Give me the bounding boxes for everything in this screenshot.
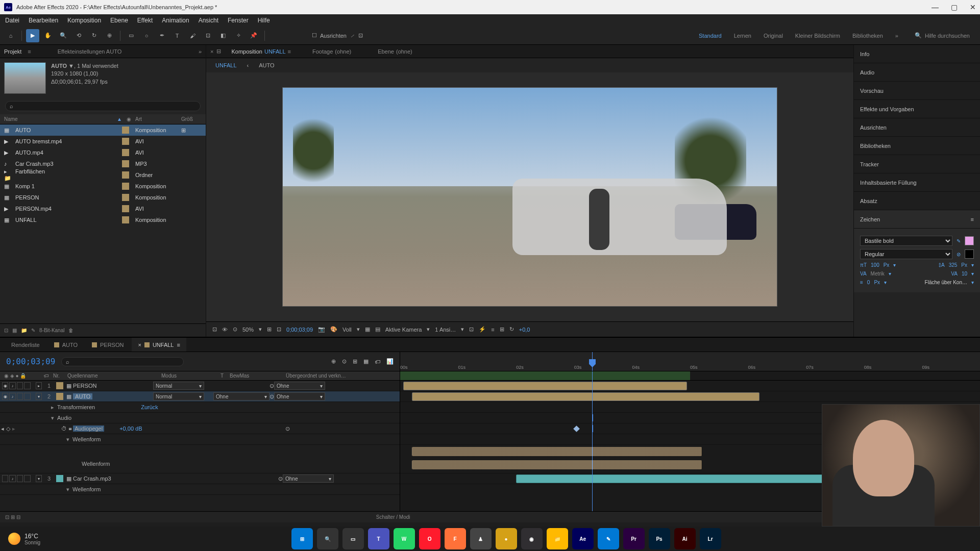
menu-file[interactable]: Datei (5, 17, 19, 24)
views-select[interactable]: 1 Ansi… (435, 327, 456, 333)
project-item-unfall[interactable]: ▦UNFALLKomposition (0, 214, 206, 226)
expression-icon[interactable]: ⊙ (285, 425, 290, 432)
keyframe-audio-level[interactable] (573, 425, 580, 432)
zoom-level[interactable]: 50% (242, 327, 254, 333)
zoom-tool[interactable]: 🔍 (57, 29, 70, 42)
camera-select[interactable]: Aktive Kamera (385, 327, 422, 333)
kerning-value[interactable]: Metrik (871, 271, 885, 277)
tab-project[interactable]: Projekt (4, 48, 21, 55)
menu-help[interactable]: Hilfe (258, 17, 270, 24)
tab-unfall[interactable]: ×UNFALL≡ (132, 338, 186, 352)
composition-viewer[interactable] (206, 72, 853, 321)
rotate-tool[interactable]: ↻ (87, 29, 101, 42)
close-button[interactable]: ✕ (970, 3, 976, 11)
trash-icon[interactable]: 🗑 (68, 328, 74, 333)
project-item-auto-mp4[interactable]: ▶AUTO.mp4AVI (0, 147, 206, 158)
stroke-width-value[interactable]: 0 (867, 280, 870, 285)
new-comp-icon[interactable]: ▦ (12, 328, 17, 333)
taskbar-app-app3[interactable]: ✎ (598, 528, 619, 549)
menu-view[interactable]: Ansicht (199, 17, 218, 24)
snap-icon[interactable]: ⟋ (350, 33, 355, 39)
fast-preview-icon[interactable]: ⚡ (479, 326, 486, 333)
current-timecode[interactable]: 0;00;03;09 (6, 357, 55, 366)
menu-window[interactable]: Fenster (228, 17, 249, 24)
selection-tool[interactable]: ▶ (26, 29, 39, 42)
bit-depth[interactable]: 8-Bit-Kanal (39, 328, 64, 333)
playhead[interactable] (592, 352, 593, 371)
pixel-aspect-icon[interactable]: ⊡ (469, 326, 474, 333)
roto-tool[interactable]: ✧ (232, 29, 245, 42)
grid-icon[interactable]: ⊡ (277, 326, 281, 333)
workspace-libraries[interactable]: Bibliotheken (852, 33, 883, 39)
taskbar-app-obs[interactable]: ◉ (521, 528, 543, 549)
switches-modes-toggle[interactable]: Schalter / Modi (376, 514, 410, 520)
panel-audio[interactable]: Audio (854, 63, 980, 82)
layer-3-parent[interactable]: Ohne▾ (283, 474, 334, 483)
project-item-car-crash-mp3[interactable]: ♪Car Crash.mp3MP3 (0, 158, 206, 169)
timeline-ruler[interactable]: 00s01s02s03s04s05s06s07s08s09s10s (400, 352, 980, 371)
taskbar-app-ps[interactable]: Ps (649, 528, 670, 549)
leading-value[interactable]: 325 (949, 262, 958, 268)
project-item-person-mp4[interactable]: ▶PERSON.mp4AVI (0, 203, 206, 214)
graph-icon[interactable]: 📊 (386, 358, 394, 365)
graph-editor-icon[interactable]: ⊞ (353, 358, 357, 365)
stroke-color-swatch[interactable] (965, 249, 974, 259)
snap-icon2[interactable]: ⊡ (358, 32, 363, 39)
tab-layer[interactable]: Ebene (378, 48, 394, 55)
taskbar-app-search[interactable]: 🔍 (317, 528, 338, 549)
res-icon[interactable]: ⊞ (267, 326, 272, 333)
taskbar-app-pr[interactable]: Pr (623, 528, 645, 549)
home-tool[interactable]: ⌂ (4, 29, 17, 42)
timeline-icon[interactable]: ≡ (491, 327, 494, 333)
clip-auto[interactable] (412, 392, 760, 401)
anchor-tool[interactable]: ⊕ (103, 29, 116, 42)
workspace-standard[interactable]: Standard (699, 33, 722, 39)
motion-blur-icon[interactable]: ⊙ (342, 358, 347, 365)
minimize-button[interactable]: — (932, 3, 939, 11)
flowchart-icon[interactable]: ⊞ (500, 326, 504, 333)
col-label[interactable]: ◉ (122, 116, 135, 122)
transform-reset[interactable]: Zurück (141, 404, 158, 410)
taskbar-app-win[interactable]: ⊞ (291, 528, 313, 549)
shy-icon[interactable]: 🏷 (375, 359, 380, 365)
prop-transform[interactable]: ▸TransformierenZurück (0, 402, 400, 413)
toggle-3d-icon[interactable]: ⊙ (233, 326, 237, 333)
tracking-value[interactable]: 10 (962, 271, 967, 277)
panel-preview[interactable]: Vorschau (854, 82, 980, 100)
crumb-auto[interactable]: AUTO (259, 62, 274, 68)
weather-widget[interactable]: 16°C Sonnig (8, 533, 40, 545)
taskbar-app-app2[interactable]: ● (496, 528, 517, 549)
tab-effect-settings[interactable]: Effekteinstellungen AUTO (54, 48, 126, 55)
tab-composition[interactable]: Komposition (231, 48, 262, 55)
project-search[interactable]: ⌕ (5, 101, 201, 111)
prop-audio-level[interactable]: ◂◇▸ ⏱ ▦ Audiopegel +0,00 dB ⊙ (0, 423, 400, 434)
panel-content-aware[interactable]: Inhaltsbasierte Füllung (854, 173, 980, 192)
timeline-search[interactable]: ⌕ (61, 357, 184, 366)
menu-effect[interactable]: Effekt (137, 17, 153, 24)
interpret-footage-icon[interactable]: ⊡ (4, 328, 8, 333)
roi-icon[interactable]: ▦ (365, 326, 370, 333)
fill-stroke-order[interactable]: Fläche über Kon… (925, 280, 967, 285)
prop-waveform-3[interactable]: ▾Wellenform (0, 484, 400, 495)
menu-composition[interactable]: Komposition (67, 17, 101, 24)
snap-checkbox[interactable]: ☐ (312, 32, 317, 39)
workspace-learn[interactable]: Lernen (734, 33, 751, 39)
menu-edit[interactable]: Bearbeiten (29, 17, 58, 24)
resolution-select[interactable]: Voll (342, 327, 352, 333)
font-style-select[interactable]: Regular (860, 249, 952, 259)
taskbar-app-tasks[interactable]: ▭ (342, 528, 364, 549)
viewer-timecode[interactable]: 0;00;03;09 (286, 327, 313, 333)
exposure-value[interactable]: +0,0 (519, 327, 530, 333)
taskbar-app-firefox[interactable]: F (445, 528, 466, 549)
project-item-komp-1[interactable]: ▦Komp 1Komposition (0, 181, 206, 192)
clip-person[interactable] (403, 382, 688, 390)
toggle-mask-icon[interactable]: 👁 (222, 327, 228, 333)
layer-2-auto[interactable]: ◉♪▾ 2 ▦ AUTO Normal▾ Ohne▾ ⊙ Ohne▾ (0, 391, 400, 402)
ellipse-tool[interactable]: ○ (140, 29, 153, 42)
taskbar-app-app1[interactable]: ♟ (470, 528, 492, 549)
brush-tool[interactable]: 🖌 (186, 29, 199, 42)
taskbar-app-opera[interactable]: O (419, 528, 440, 549)
panel-align[interactable]: Ausrichten (854, 118, 980, 137)
orbit-tool[interactable]: ⟲ (72, 29, 85, 42)
comp-mini-icon[interactable]: × (210, 48, 213, 55)
